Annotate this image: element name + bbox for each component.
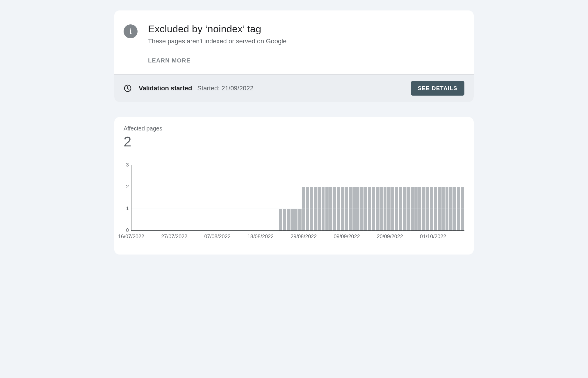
validation-label: Validation started [139,85,192,92]
chart-bar-slot [426,165,430,230]
chart-bar-slot [406,165,410,230]
chart-bar-slot [379,165,383,230]
chart-bar-slot [309,165,313,230]
chart-bar-slot [360,165,364,230]
chart-bar-slot [236,165,240,230]
chart-bar-slot [325,165,329,230]
see-details-button[interactable]: SEE DETAILS [411,81,464,96]
chart-y-axis: 0123 [124,165,131,230]
chart-bar-slot [433,165,437,230]
chart-bar-slot [317,165,321,230]
chart-y-tick: 0 [126,227,129,233]
chart-bar-slot [298,165,302,230]
chart-bar-slot [356,165,360,230]
chart: 0123 16/07/202227/07/202207/08/202218/08… [124,165,464,243]
clock-icon [124,84,132,92]
chart-bar-slot [461,165,464,230]
chart-bar-slot [418,165,422,230]
chart-bar-slot [252,165,255,230]
chart-bar-slot [364,165,368,230]
chart-bar-slot [430,165,433,230]
chart-x-tick: 20/09/2022 [377,234,403,240]
chart-bar-slot [147,165,151,230]
status-header-text: Excluded by ‘noindex’ tag These pages ar… [148,23,286,64]
chart-bar-slot [213,165,217,230]
chart-bar-slot [294,165,298,230]
chart-bar-slot [182,165,186,230]
chart-x-tick: 01/10/2022 [420,234,446,240]
status-header: i Excluded by ‘noindex’ tag These pages … [114,10,474,74]
chart-bar-slot [306,165,309,230]
chart-bar-slot [178,165,182,230]
chart-bar-slot [263,165,267,230]
affected-pages-count: 2 [124,134,464,150]
chart-bar-slot [155,165,158,230]
affected-pages-label: Affected pages [124,125,464,132]
chart-bar-slot [321,165,325,230]
chart-bar-slot [170,165,174,230]
chart-bar-slot [139,165,143,230]
chart-bar [298,209,302,230]
chart-bar-slot [445,165,449,230]
chart-bar-slot [240,165,244,230]
chart-bar-slot [217,165,220,230]
chart-x-tick: 09/09/2022 [334,234,360,240]
chart-bar-slot [209,165,213,230]
chart-bar-slot [395,165,398,230]
chart-bar [294,209,297,230]
chart-bar-slot [163,165,166,230]
chart-bar-slot [337,165,341,230]
validation-bar: Validation started Started: 21/09/2022 S… [114,74,474,102]
chart-bar-slot [201,165,205,230]
chart-x-tick: 27/07/2022 [161,234,187,240]
chart-bar-slot [383,165,387,230]
chart-bar-slot [275,165,279,230]
chart-bar-slot [375,165,379,230]
chart-y-tick: 1 [126,206,129,212]
learn-more-link[interactable]: LEARN MORE [148,57,190,64]
chart-y-tick: 2 [126,184,129,190]
chart-bar-slot [352,165,356,230]
chart-y-tick: 3 [126,162,129,168]
chart-bar-slot [457,165,460,230]
chart-x-tick: 16/07/2022 [118,234,144,240]
chart-divider [114,158,474,158]
chart-bar-slot [267,165,271,230]
chart-bar [279,209,282,230]
chart-bar-slot [422,165,425,230]
chart-bar-slot [344,165,348,230]
chart-bar-slot [220,165,224,230]
chart-bar-slot [402,165,406,230]
chart-bar-slot [135,165,139,230]
chart-bar-slot [453,165,457,230]
chart-gridline [131,209,464,209]
chart-bar-slot [341,165,344,230]
chart-bar-slot [414,165,418,230]
chart-bar-slot [259,165,263,230]
chart-bar-slot [232,165,236,230]
chart-bar-slot [271,165,275,230]
chart-bar-slot [302,165,306,230]
chart-bar-slot [197,165,201,230]
chart-bar-slot [131,165,135,230]
chart-x-tick: 07/08/2022 [204,234,231,240]
chart-bar-slot [186,165,189,230]
chart-bar-slot [193,165,197,230]
chart-bar [283,209,286,230]
chart-x-tick: 29/08/2022 [291,234,317,240]
chart-bar-slot [190,165,193,230]
chart-bar-slot [205,165,209,230]
chart-gridline [131,187,464,187]
status-title: Excluded by ‘noindex’ tag [148,23,286,35]
chart-bar-slot [441,165,445,230]
chart-bar-slot [333,165,336,230]
chart-bar-slot [158,165,162,230]
info-icon: i [124,24,138,38]
chart-bar-slot [391,165,395,230]
chart-bar-slot [313,165,317,230]
chart-bar-slot [255,165,259,230]
chart-bar-slot [437,165,441,230]
chart-bar-slot [244,165,247,230]
chart-bar-slot [166,165,170,230]
chart-bar-slot [143,165,147,230]
